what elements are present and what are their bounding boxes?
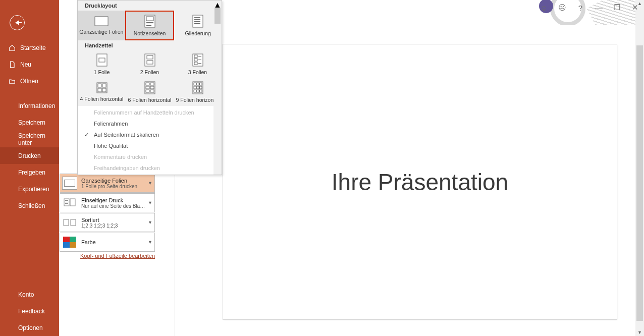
svg-rect-7 — [71, 219, 76, 226]
dd-opt-frame[interactable]: Folienrahmen — [78, 118, 222, 129]
svg-rect-2 — [65, 200, 68, 201]
dd-2slides[interactable]: 2 Folien — [126, 50, 174, 78]
dd-1slide-label: 1 Folie — [94, 69, 110, 75]
nav-account-label: Konto — [18, 291, 34, 298]
minimize-button[interactable]: — — [589, 2, 608, 14]
chevron-down-icon: ▼ — [148, 220, 152, 225]
nav-info[interactable]: Informationen — [0, 97, 59, 114]
nav-open-label: Öffnen — [20, 78, 38, 85]
layout-line1: Ganzseitige Folien — [81, 178, 146, 184]
header-footer-link[interactable]: Kopf- und Fußzeile bearbeiten — [59, 253, 156, 259]
dd-opt-scale[interactable]: ✓Auf Seitenformat skalieren — [78, 129, 222, 140]
dd-title-handout: Handzettel — [78, 40, 222, 50]
svg-rect-3 — [65, 202, 68, 202]
dd-opt-scale-label: Auf Seitenformat skalieren — [94, 132, 159, 138]
svg-rect-16 — [194, 19, 200, 20]
dropdown-scrollbar[interactable]: ▲ ▼ — [213, 1, 222, 175]
layout-selector[interactable]: Ganzseitige Folien 1 Folie pro Seite dru… — [60, 174, 155, 193]
nav-close[interactable]: Schließen — [0, 197, 59, 214]
svg-rect-43 — [193, 82, 203, 94]
nav-print[interactable]: Drucken — [0, 147, 59, 164]
folder-open-icon — [9, 78, 16, 85]
layout-line2: 1 Folie pro Seite drucken — [81, 184, 146, 189]
sidebar-bottom-group: Konto Feedback Optionen — [0, 286, 59, 336]
slide-icon — [62, 177, 77, 190]
sides-line1: Einseitiger Druck — [81, 197, 146, 203]
svg-rect-36 — [145, 82, 155, 94]
dd-6h-label: 6 Folien horizontal — [128, 97, 172, 103]
outline-icon — [192, 15, 203, 28]
nav-new[interactable]: Neu — [0, 56, 59, 73]
print-preview: ☺ ☹ ? — ❐ ✕ Ihre Präsentation ▲ ▼ — [175, 0, 644, 336]
nav-export-label: Exportieren — [18, 186, 49, 193]
nav-feedback-label: Feedback — [18, 308, 45, 315]
nav-saveas[interactable]: Speichern unter — [0, 131, 59, 147]
svg-rect-8 — [95, 17, 108, 26]
dd-2slides-label: 2 Folien — [140, 69, 159, 75]
slide-title: Ihre Präsentation — [332, 169, 508, 196]
nav-options[interactable]: Optionen — [0, 319, 59, 336]
collate-icon — [62, 216, 77, 229]
dd-opt-slidenum: Foliennummern auf Handzetteln drucken — [78, 107, 222, 118]
dd-6h[interactable]: 6 Folien horizontal — [126, 78, 174, 106]
handout3-icon — [192, 53, 203, 67]
document-icon — [9, 61, 16, 68]
nav-save[interactable]: Speichern — [0, 114, 59, 131]
scroll-down-icon: ▼ — [635, 330, 644, 335]
collate-line2: 1;2;3 1;2;3 1;2;3 — [81, 223, 146, 229]
collate-selector[interactable]: Sortiert 1;2;3 1;2;3 1;2;3 ▼ — [60, 213, 155, 232]
nav-share-label: Freigeben — [18, 169, 45, 176]
arrow-left-icon — [15, 20, 19, 25]
frown-icon[interactable]: ☹ — [553, 2, 571, 14]
close-button[interactable]: ✕ — [626, 2, 644, 14]
layout-dropdown: Drucklayout Ganzseitige Folien Notizense… — [77, 0, 222, 175]
nav-home[interactable]: Startseite — [0, 39, 59, 56]
handout4-icon — [96, 82, 108, 93]
sides-line2: Nur auf eine Seite des Blatts... — [81, 203, 146, 209]
chevron-down-icon: ▼ — [148, 240, 152, 245]
scroll-thumb[interactable] — [214, 8, 221, 24]
dd-4h[interactable]: 4 Folien horizontal — [78, 78, 126, 106]
back-button[interactable] — [10, 15, 25, 30]
nav-save-label: Speichern — [18, 119, 45, 126]
fullpage-icon — [94, 16, 109, 26]
handout6-icon — [144, 81, 155, 94]
dd-outline-label: Gliederung — [185, 30, 210, 36]
preview-scrollbar[interactable]: ▲ ▼ — [635, 0, 644, 336]
onesided-icon — [62, 196, 77, 209]
help-icon[interactable]: ? — [571, 2, 589, 14]
restore-button[interactable]: ❐ — [608, 2, 626, 14]
nav-export[interactable]: Exportieren — [0, 181, 59, 197]
nav-saveas-label: Speichern unter — [18, 132, 59, 146]
svg-rect-29 — [198, 60, 201, 60]
color-line1: Farbe — [81, 239, 146, 245]
color-icon — [62, 236, 77, 249]
dd-opt-hq[interactable]: Hohe Qualität — [78, 140, 222, 151]
nav-print-label: Drucken — [18, 152, 41, 159]
dd-1slide[interactable]: 1 Folie — [78, 50, 126, 78]
nav-feedback[interactable]: Feedback — [0, 303, 59, 319]
dd-title-layout: Drucklayout — [78, 1, 222, 11]
check-icon: ✓ — [84, 132, 89, 138]
dd-fullpage-slides[interactable]: Ganzseitige Folien — [78, 11, 125, 40]
svg-rect-5 — [70, 199, 75, 206]
dd-notes-label: Notizenseiten — [134, 30, 166, 36]
handout1-icon — [96, 53, 108, 67]
svg-rect-30 — [198, 63, 201, 64]
svg-rect-13 — [146, 25, 151, 26]
svg-rect-31 — [97, 83, 107, 93]
dd-notes-pages[interactable]: Notizenseiten — [125, 11, 175, 40]
nav-share[interactable]: Freigeben — [0, 164, 59, 181]
nav-open[interactable]: Öffnen — [0, 73, 59, 89]
nav-account[interactable]: Konto — [0, 286, 59, 303]
smile-icon[interactable]: ☺ — [535, 2, 553, 14]
sides-selector[interactable]: Einseitiger Druck Nur auf eine Seite des… — [60, 193, 155, 212]
chevron-down-icon: ▼ — [148, 200, 152, 205]
svg-rect-19 — [97, 54, 107, 66]
dd-opt-ink: Freihandeingaben drucken — [78, 162, 222, 174]
scroll-thumb[interactable] — [636, 45, 643, 321]
handout2-icon — [144, 53, 155, 67]
handout9-icon — [192, 81, 203, 94]
chevron-down-icon: ▼ — [148, 181, 152, 186]
color-selector[interactable]: Farbe ▼ — [60, 233, 155, 252]
